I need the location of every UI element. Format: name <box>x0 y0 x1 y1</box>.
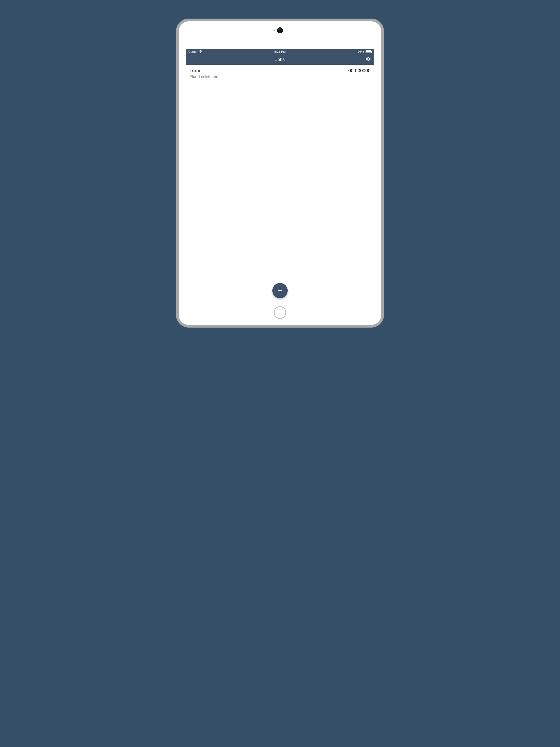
job-name: Turner <box>189 68 218 74</box>
settings-button[interactable] <box>365 56 372 63</box>
nav-bar: Jobs <box>186 54 374 65</box>
list-item-main: Turner Flood in kitchen <box>189 68 218 79</box>
home-button[interactable] <box>274 306 286 319</box>
battery-icon <box>365 50 372 53</box>
job-id: 00-000000 <box>345 68 371 74</box>
sensor-dot <box>274 29 275 31</box>
tablet-frame: Carrier 5:21 PM 96% Jobs <box>176 19 384 328</box>
plus-icon: + <box>278 287 282 294</box>
app-screen: Carrier 5:21 PM 96% Jobs <box>186 49 374 301</box>
status-right: 96% <box>358 50 372 53</box>
wifi-icon <box>199 50 202 53</box>
list-item[interactable]: Turner Flood in kitchen 00-000000 <box>186 65 374 82</box>
status-time: 5:21 PM <box>275 50 286 53</box>
page-title: Jobs <box>275 57 285 62</box>
gear-icon <box>365 56 371 63</box>
front-camera <box>277 27 283 33</box>
job-list[interactable]: Turner Flood in kitchen 00-000000 + <box>186 65 374 301</box>
status-left: Carrier <box>188 50 202 53</box>
status-bar: Carrier 5:21 PM 96% <box>186 49 374 54</box>
battery-percent: 96% <box>358 50 364 53</box>
add-job-button[interactable]: + <box>272 283 288 298</box>
job-description: Flood in kitchen <box>189 74 218 79</box>
carrier-label: Carrier <box>188 50 198 53</box>
